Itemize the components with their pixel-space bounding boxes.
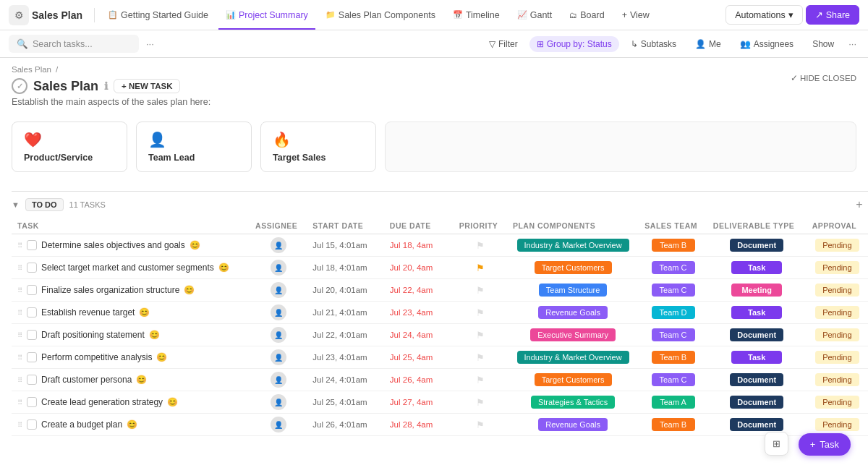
search-icon: 🔍 bbox=[17, 38, 28, 49]
table-row[interactable]: ⠿ Draft customer persona 😊 👤 Jul 24, 4:0… bbox=[12, 369, 868, 391]
priority-flag-icon: ⚑ bbox=[476, 285, 485, 296]
filter-button[interactable]: ▽ Filter bbox=[482, 36, 525, 52]
page-header: ✓ Sales Plan ℹ + NEW TASK ✓ HIDE CLOSED … bbox=[0, 74, 868, 114]
plan-component-chip: Revenue Goals bbox=[538, 418, 608, 431]
table-row[interactable]: ⠿ Select target market and customer segm… bbox=[12, 257, 868, 279]
drag-handle-icon: ⠿ bbox=[17, 264, 22, 272]
page-title-row: ✓ Sales Plan ℹ + NEW TASK bbox=[12, 78, 180, 94]
sales-team-chip: Team B bbox=[652, 239, 695, 252]
assignee-avatar: 👤 bbox=[271, 260, 286, 276]
table-row[interactable]: ⠿ Establish revenue target 😊 👤 Jul 21, 4… bbox=[12, 302, 868, 324]
add-column-button[interactable]: + bbox=[851, 196, 868, 213]
table-row[interactable]: ⠿ Determine sales objectives and goals 😊… bbox=[12, 234, 868, 257]
breadcrumb: Sales Plan / bbox=[0, 58, 868, 74]
me-button[interactable]: 👤 Me bbox=[688, 36, 728, 52]
approval-status-chip: Pending bbox=[815, 418, 859, 431]
sales-team-chip: Team B bbox=[652, 418, 695, 431]
task-checkbox[interactable] bbox=[27, 397, 37, 407]
task-checkbox[interactable] bbox=[27, 307, 37, 318]
sales-team-chip: Team C bbox=[652, 284, 695, 297]
task-emoji: 😊 bbox=[136, 375, 147, 385]
tab-sales-plan-components[interactable]: 📁 Sales Plan Components bbox=[318, 7, 443, 23]
col-header-sales-team: SALES TEAM bbox=[639, 218, 707, 234]
approval-status-chip: Pending bbox=[815, 261, 859, 274]
tab-getting-started[interactable]: 📋 Getting Started Guide bbox=[101, 7, 216, 23]
task-emoji: 😊 bbox=[139, 307, 150, 318]
plan-component-chip: Target Customers bbox=[535, 261, 612, 274]
tab-label-board: Board bbox=[580, 10, 604, 20]
task-name-text: Finalize sales organization structure bbox=[41, 285, 179, 295]
tab-timeline[interactable]: 📅 Timeline bbox=[446, 7, 507, 23]
approval-status-chip: Pending bbox=[815, 396, 859, 409]
col-header-priority: PRIORITY bbox=[454, 218, 507, 234]
subtasks-button[interactable]: ↳ Subtasks bbox=[624, 36, 684, 52]
info-card-product-service[interactable]: ❤️ Product/Service bbox=[12, 122, 127, 172]
tab-icon-getting-started: 📋 bbox=[108, 10, 118, 20]
team-lead-label: Team Lead bbox=[148, 153, 239, 163]
task-checkbox[interactable] bbox=[27, 263, 37, 273]
new-task-button[interactable]: + NEW TASK bbox=[114, 79, 180, 93]
hide-closed-button[interactable]: ✓ HIDE CLOSED bbox=[791, 73, 856, 83]
breadcrumb-parent[interactable]: Sales Plan bbox=[12, 65, 51, 74]
priority-flag-icon: ⚑ bbox=[476, 330, 485, 341]
info-card-team-lead[interactable]: 👤 Team Lead bbox=[136, 122, 252, 172]
info-cards-section: ❤️ Product/Service 👤 Team Lead 🔥 Target … bbox=[0, 114, 868, 179]
task-checkbox[interactable] bbox=[27, 375, 37, 385]
task-emoji: 😊 bbox=[167, 397, 178, 407]
drag-handle-icon: ⠿ bbox=[17, 242, 22, 250]
tab-gantt[interactable]: 📈 Gantt bbox=[510, 7, 560, 23]
task-checkbox[interactable] bbox=[27, 419, 37, 430]
assignee-avatar: 👤 bbox=[271, 282, 286, 298]
group-by-button[interactable]: ⊞ Group by: Status bbox=[529, 36, 619, 52]
task-checkbox[interactable] bbox=[27, 352, 37, 362]
col-header-deliverable-type: DELIVERABLE TYPE bbox=[707, 218, 807, 234]
tab-label-getting-started: Getting Started Guide bbox=[121, 10, 208, 20]
table-header-row: TASK ASSIGNEE START DATE DUE DATE PRIORI… bbox=[12, 218, 868, 234]
info-card-target-sales[interactable]: 🔥 Target Sales bbox=[260, 122, 376, 172]
section-toggle-icon[interactable]: ▼ bbox=[12, 200, 20, 209]
task-checkbox[interactable] bbox=[27, 330, 37, 340]
show-more-icon[interactable]: ··· bbox=[846, 35, 859, 52]
table-row[interactable]: ⠿ Draft positioning statement 😊 👤 Jul 22… bbox=[12, 324, 868, 346]
tab-project-summary[interactable]: 📊 Project Summary bbox=[218, 7, 315, 23]
assignees-button[interactable]: 👥 Assignees bbox=[733, 36, 801, 52]
col-header-approval: APPROVAL bbox=[807, 218, 868, 234]
automations-button[interactable]: Automations ▾ bbox=[726, 5, 802, 25]
grid-view-float-button[interactable]: ⊞ bbox=[765, 432, 788, 436]
app-title: Sales Plan bbox=[32, 9, 82, 21]
tab-view[interactable]: + View bbox=[615, 7, 657, 23]
tab-icon-project-summary: 📊 bbox=[226, 10, 236, 20]
task-emoji: 😊 bbox=[218, 263, 229, 273]
col-header-start-date: START DATE bbox=[307, 218, 384, 234]
table-row[interactable]: ⠿ Finalize sales organization structure … bbox=[12, 279, 868, 302]
drag-handle-icon: ⠿ bbox=[17, 354, 22, 362]
page-title-check-icon: ✓ bbox=[12, 78, 27, 94]
tab-board[interactable]: 🗂 Board bbox=[562, 7, 611, 23]
priority-flag-icon: ⚑ bbox=[476, 375, 485, 385]
table-row[interactable]: ⠿ Create lead generation strategy 😊 👤 Ju… bbox=[12, 391, 868, 414]
me-label: Me bbox=[709, 39, 721, 49]
table-row[interactable]: ⠿ Perform competitive analysis 😊 👤 Jul 2… bbox=[12, 346, 868, 369]
show-button[interactable]: Show bbox=[805, 36, 841, 52]
target-sales-emoji: 🔥 bbox=[273, 131, 364, 148]
share-button[interactable]: ↗ Share bbox=[806, 5, 859, 25]
col-header-assignee: ASSIGNEE bbox=[250, 218, 307, 234]
assignee-avatar: 👤 bbox=[271, 372, 286, 388]
more-options-icon[interactable]: ··· bbox=[143, 35, 157, 52]
me-icon: 👤 bbox=[695, 39, 706, 49]
drag-handle-icon: ⠿ bbox=[17, 309, 22, 317]
task-table: TASK ASSIGNEE START DATE DUE DATE PRIORI… bbox=[12, 218, 868, 436]
subtasks-label: Subtasks bbox=[641, 39, 676, 49]
drag-handle-icon: ⠿ bbox=[17, 331, 22, 339]
tab-icon-board: 🗂 bbox=[569, 11, 577, 20]
task-checkbox[interactable] bbox=[27, 240, 37, 250]
table-row[interactable]: ⠿ Create a budget plan 😊 👤 Jul 26, 4:01a… bbox=[12, 414, 868, 436]
top-nav: ⚙ Sales Plan 📋 Getting Started Guide 📊 P… bbox=[0, 0, 868, 30]
add-task-float-button[interactable]: + Task bbox=[799, 433, 851, 436]
info-icon[interactable]: ℹ bbox=[104, 80, 108, 92]
task-checkbox[interactable] bbox=[27, 285, 37, 295]
due-date: Jul 26, 4am bbox=[390, 375, 433, 384]
due-date: Jul 25, 4am bbox=[390, 353, 433, 362]
search-box[interactable]: 🔍 Search tasks... bbox=[9, 35, 139, 53]
deliverable-type-chip: Meeting bbox=[731, 284, 782, 297]
